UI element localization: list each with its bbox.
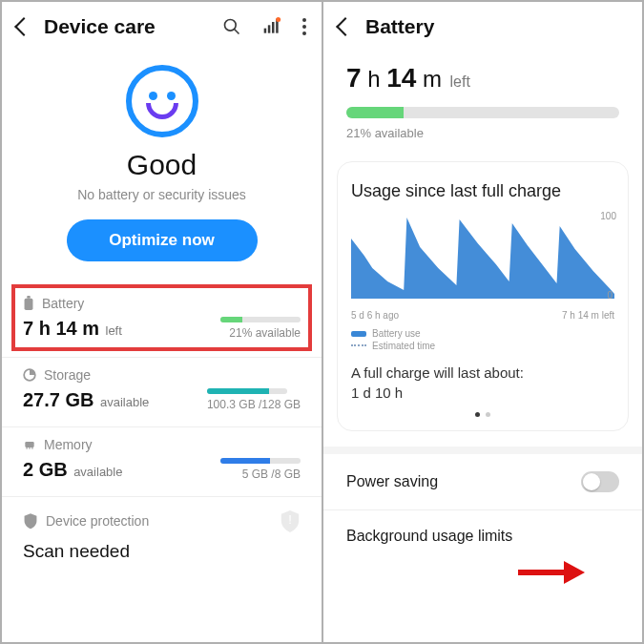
svg-rect-7: [25, 299, 33, 310]
chart-legend: Battery use Estimated time: [351, 328, 614, 351]
scan-needed-label: Scan needed: [2, 537, 322, 575]
usage-card[interactable]: Usage since last full charge 100 0 5 d 6…: [337, 161, 629, 431]
svg-rect-4: [272, 22, 275, 33]
battery-time-suffix: left: [106, 323, 122, 338]
page-title: Device care: [44, 15, 156, 38]
usage-card-title: Usage since last full charge: [351, 181, 614, 201]
usage-chart: 100 0: [351, 213, 614, 308]
battery-time-remaining: 7 h 14 m left: [346, 63, 619, 93]
full-charge-label: A full charge will last about:: [351, 364, 614, 381]
storage-suffix: available: [100, 395, 149, 409]
svg-point-0: [225, 20, 237, 31]
storage-section[interactable]: Storage 27.7 GB available 100.3 GB /128 …: [2, 358, 322, 427]
svg-line-1: [235, 30, 239, 34]
arrow-annotation-icon: [518, 558, 585, 587]
background-usage-limits-row[interactable]: Background usage limits: [323, 510, 642, 562]
back-icon[interactable]: [14, 17, 33, 36]
power-saving-row[interactable]: Power saving: [323, 454, 642, 510]
chart-x-left: 5 d 6 h ago: [351, 310, 399, 321]
memory-ratio: 5 GB /8 GB: [220, 467, 301, 481]
svg-rect-3: [268, 25, 271, 32]
storage-label: Storage: [44, 367, 91, 383]
memory-label: Memory: [44, 437, 93, 452]
battery-label: Battery: [42, 296, 84, 311]
svg-rect-11: [27, 447, 28, 449]
storage-used: 27.7 GB: [23, 389, 93, 410]
svg-marker-16: [564, 561, 585, 584]
svg-point-6: [276, 17, 280, 22]
signal-icon[interactable]: [262, 17, 281, 36]
legend-fill-icon: [351, 331, 366, 337]
section-divider: [323, 447, 642, 454]
back-icon[interactable]: [336, 17, 355, 36]
battery-icon: [23, 296, 34, 311]
bg-limits-label: Background usage limits: [346, 528, 512, 545]
header: Device care: [2, 2, 322, 48]
search-icon[interactable]: [222, 17, 241, 36]
svg-rect-8: [27, 296, 31, 299]
status-smiley-icon: [2, 65, 322, 137]
optimize-now-button[interactable]: Optimize now: [67, 219, 258, 261]
battery-progress-bar: [346, 107, 619, 118]
battery-available: 21% available: [346, 126, 619, 140]
chart-x-right: 7 h 14 m left: [562, 310, 614, 321]
page-indicator[interactable]: [351, 412, 614, 417]
shield-icon: [23, 512, 38, 530]
battery-section[interactable]: Battery 7 h 14 m left 21% available: [2, 282, 322, 358]
more-icon[interactable]: [302, 18, 306, 35]
page-title: Battery: [365, 15, 434, 38]
battery-available: 21% available: [220, 326, 301, 340]
power-saving-label: Power saving: [346, 473, 438, 490]
full-charge-value: 1 d 10 h: [351, 384, 614, 401]
power-saving-toggle[interactable]: [581, 471, 619, 492]
storage-bar: [207, 388, 287, 394]
status-subtitle: No battery or security issues: [2, 187, 322, 202]
header: Battery: [323, 2, 642, 48]
memory-suffix: available: [73, 465, 122, 479]
battery-bar: [220, 317, 301, 322]
legend-line-icon: [351, 344, 366, 347]
battery-time: 7 h 14 m: [23, 318, 99, 339]
device-care-screen: Device care Good No battery or security …: [2, 2, 323, 642]
storage-icon: [23, 368, 36, 382]
svg-text:!: !: [288, 512, 292, 527]
memory-section[interactable]: Memory 2 GB available 5 GB /8 GB: [2, 427, 322, 497]
memory-icon: [23, 438, 36, 451]
svg-rect-12: [29, 447, 30, 449]
shield-badge-icon: !: [280, 509, 301, 533]
svg-rect-10: [25, 442, 33, 447]
svg-rect-13: [31, 447, 32, 449]
memory-bar: [220, 458, 301, 464]
storage-ratio: 100.3 GB /128 GB: [207, 398, 301, 411]
status-title: Good: [2, 149, 322, 181]
memory-used: 2 GB: [23, 459, 68, 480]
device-protection-label: Device protection: [46, 513, 149, 529]
battery-screen: Battery 7 h 14 m left 21% available Usag…: [323, 2, 642, 642]
device-protection-section[interactable]: Device protection !: [2, 497, 322, 537]
svg-rect-2: [264, 29, 267, 33]
